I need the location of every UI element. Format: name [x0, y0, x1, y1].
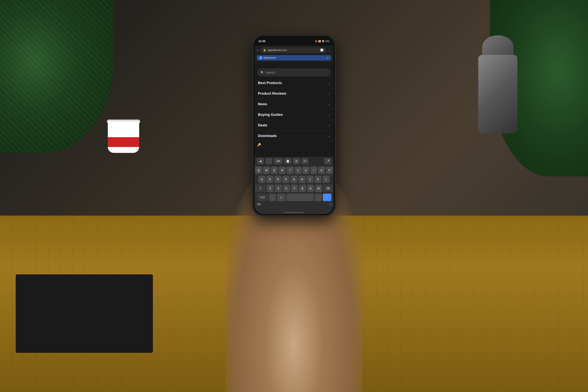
- menu-label-product-reviews: Product Reviews: [258, 92, 286, 96]
- key-i[interactable]: I8: [310, 166, 317, 174]
- key-emoji[interactable]: ☺: [277, 194, 286, 201]
- key-u[interactable]: U7: [302, 166, 309, 174]
- status-time: 14:36: [258, 40, 266, 43]
- key-o[interactable]: O9: [318, 166, 325, 174]
- toolbar-mic-button[interactable]: 🎤: [324, 158, 331, 164]
- keyboard-row-4: ?123 , ☺ . →: [255, 194, 333, 201]
- keyboard: Q1 W2 E3 R4 T5 Y6 U7 I8 O9 P0 A S: [254, 166, 334, 214]
- key-send[interactable]: →: [323, 194, 332, 201]
- sticker-icon: ⬛: [267, 160, 271, 163]
- home-indicator: [284, 212, 304, 213]
- status-icons: 🔕 📶 📡 83%: [315, 40, 330, 42]
- search-icon: 🔍: [260, 71, 264, 74]
- tab-close-button[interactable]: ✕: [326, 56, 329, 60]
- menu-label-downloads: Downloads: [258, 134, 277, 138]
- key-y[interactable]: Y6: [294, 166, 302, 174]
- coffee-cup: [106, 114, 141, 153]
- lock-icon: 🔒: [263, 48, 266, 52]
- url-text: digitaltrends.com: [268, 48, 319, 52]
- menu-label-buying-guides: Buying Guides: [258, 113, 283, 117]
- address-bar[interactable]: 🔒 digitaltrends.com ⬜: [260, 47, 326, 53]
- key-b[interactable]: B: [299, 185, 306, 192]
- back-icon: ◀: [259, 160, 262, 163]
- key-backspace[interactable]: ⌫: [323, 185, 333, 192]
- dark-mat: [16, 274, 153, 353]
- plant-left: [0, 0, 114, 153]
- page-content: 🔍 Search Best Products ⌄ Product Reviews…: [254, 66, 334, 214]
- search-field[interactable]: 🔍 Search: [257, 68, 331, 76]
- toolbar-clipboard-button[interactable]: 📋: [284, 158, 291, 164]
- tab-title: digitaltrends: [264, 56, 325, 59]
- key-r[interactable]: R4: [279, 166, 286, 174]
- key-m[interactable]: M: [315, 185, 322, 192]
- settings-icon: ⚙: [295, 160, 298, 163]
- key-space[interactable]: [286, 194, 314, 201]
- coffee-grinder: [470, 35, 525, 133]
- menu-label-news: News: [258, 102, 267, 106]
- key-t[interactable]: T5: [286, 166, 294, 174]
- keyboard-chevron-down-icon[interactable]: ∨: [329, 203, 331, 206]
- key-f[interactable]: F: [282, 176, 290, 183]
- key-k[interactable]: K: [314, 176, 322, 183]
- menu-item-buying-guides[interactable]: Buying Guides ⌄: [254, 110, 334, 120]
- toolbar-sticker-button[interactable]: ⬛: [266, 158, 272, 164]
- key-q[interactable]: Q1: [255, 166, 262, 174]
- keyboard-toolbar: ◀ ⬛ GIF 📋 ⚙ •••: [254, 157, 334, 166]
- menu-label-best-products: Best Products: [258, 81, 282, 85]
- menu-list: Best Products ⌄ Product Reviews ⌄ News ⌄…: [254, 78, 334, 141]
- key-c[interactable]: C: [283, 185, 290, 192]
- mute-icon: 🔕: [315, 40, 318, 42]
- keyboard-bottom-bar: ⌨ ∨: [255, 203, 333, 206]
- tab-count-icon[interactable]: ⬜: [320, 48, 324, 52]
- key-x[interactable]: X: [275, 185, 282, 192]
- gif-label: GIF: [276, 160, 280, 162]
- browser-tab[interactable]: + digitaltrends ✕: [257, 55, 331, 60]
- wifi-icon: 📶: [318, 40, 321, 42]
- menu-item-deals[interactable]: Deals ⌄: [254, 120, 334, 131]
- key-d[interactable]: D: [274, 176, 282, 183]
- key-e[interactable]: E3: [271, 166, 278, 174]
- key-p[interactable]: P0: [326, 166, 333, 174]
- key-z[interactable]: Z: [267, 185, 274, 192]
- browser-chrome: ⌂ 🔒 digitaltrends.com ⬜ ⋮ + digitaltrend: [254, 46, 334, 63]
- menu-item-downloads[interactable]: Downloads ⌄: [254, 131, 334, 141]
- key-n[interactable]: N: [307, 185, 314, 192]
- menu-item-best-products[interactable]: Best Products ⌄: [254, 78, 334, 88]
- keyboard-row-3: ⇧ Z X C V B N M ⌫: [255, 185, 333, 192]
- tab-favicon: +: [259, 56, 262, 60]
- key-h[interactable]: H: [298, 176, 306, 183]
- tab-bar: + digitaltrends ✕: [257, 54, 331, 62]
- toolbar-settings-button[interactable]: ⚙: [293, 158, 300, 164]
- toolbar-more-button[interactable]: •••: [302, 158, 308, 164]
- key-s[interactable]: S: [266, 176, 274, 183]
- home-button[interactable]: ⌂: [257, 48, 259, 52]
- menu-item-product-reviews[interactable]: Product Reviews ⌄: [254, 88, 334, 99]
- search-placeholder: Search: [266, 71, 275, 74]
- hand-container: 14:36 🔕 📶 📡 83% ⌂ 🔒 digitaltrends.com ⬜: [229, 20, 359, 392]
- menu-label-deals: Deals: [258, 123, 267, 128]
- toolbar-gif-button[interactable]: GIF: [274, 158, 283, 164]
- key-g[interactable]: G: [290, 176, 298, 183]
- chevron-down-icon: ⌄: [328, 124, 330, 127]
- keyboard-hide-icon[interactable]: ⌨: [257, 203, 261, 206]
- phone-screen: 14:36 🔕 📶 📡 83% ⌂ 🔒 digitaltrends.com ⬜: [254, 37, 334, 214]
- key-shift[interactable]: ⇧: [255, 185, 266, 192]
- key-j[interactable]: J: [306, 176, 314, 183]
- chevron-down-icon: ⌄: [328, 102, 330, 106]
- key-l[interactable]: L: [322, 176, 330, 183]
- key-a[interactable]: A: [258, 176, 266, 183]
- clipboard-icon: 📋: [286, 160, 290, 163]
- toolbar-back-button[interactable]: ◀: [257, 158, 264, 164]
- chevron-down-icon: ⌄: [328, 92, 330, 96]
- mic-icon: 🎤: [326, 160, 330, 163]
- browser-menu-icon[interactable]: ⋮: [328, 48, 331, 52]
- key-comma[interactable]: ,: [269, 194, 276, 201]
- chevron-down-icon: ⌄: [328, 134, 330, 138]
- key-v[interactable]: V: [291, 185, 298, 192]
- menu-item-news[interactable]: News ⌄: [254, 99, 334, 110]
- key-period[interactable]: .: [315, 194, 322, 201]
- key-numbers[interactable]: ?123: [257, 194, 268, 201]
- keyboard-row-1: Q1 W2 E3 R4 T5 Y6 U7 I8 O9 P0: [255, 166, 333, 174]
- key-w[interactable]: W2: [263, 166, 270, 174]
- chevron-down-icon: ⌄: [328, 113, 330, 116]
